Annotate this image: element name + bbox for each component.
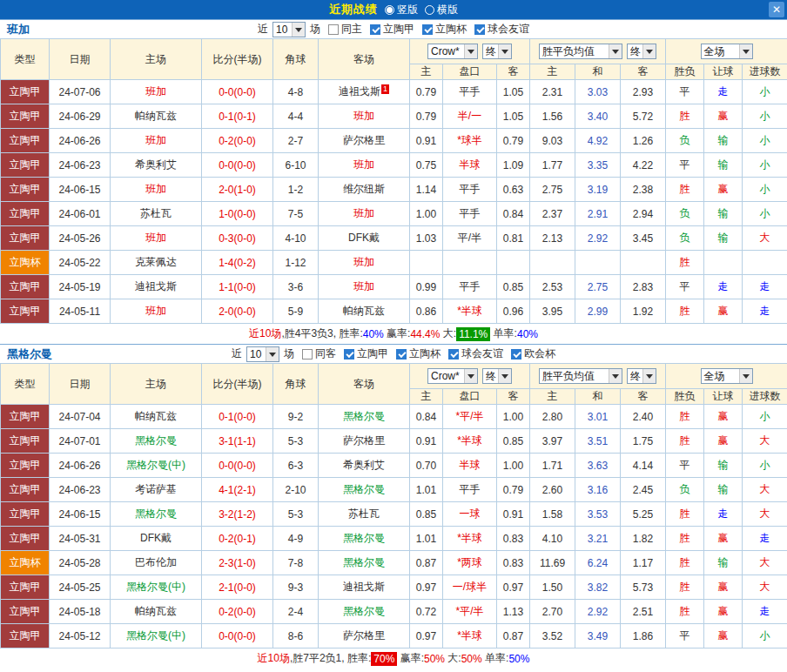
col-type: 类型: [1, 364, 50, 405]
filter-checkbox[interactable]: 同主: [328, 22, 362, 37]
goals-result-cell: 小: [743, 202, 787, 226]
filter-checkbox[interactable]: 立陶杯: [396, 346, 441, 361]
europe-odds-group-header: 胜平负均值 终: [530, 39, 666, 64]
date-cell: 24-06-26: [50, 129, 111, 153]
summary-segment: 44.4%: [410, 328, 440, 340]
filter-checkbox[interactable]: 立陶甲: [344, 346, 388, 361]
europe-odds-select[interactable]: 胜平负均值: [539, 368, 622, 384]
summary-segment: 单率:: [490, 326, 517, 341]
eu-away-odds-cell: 1.82: [621, 527, 666, 551]
goals-result-cell: 小: [743, 454, 787, 478]
league-cell: 立陶甲: [1, 502, 50, 527]
filter-checkbox[interactable]: 立陶杯: [422, 22, 467, 37]
ah-home-odds-cell: 0.79: [410, 104, 443, 129]
league-cell: 立陶甲: [1, 104, 50, 129]
corner-cell: 7-8: [273, 551, 319, 575]
eu-away-odds-cell: 2.38: [621, 178, 666, 202]
ah-home-odds-cell: 0.70: [410, 454, 443, 478]
corner-cell: 9-3: [273, 575, 319, 600]
handicap-cell: 一/球半: [443, 575, 497, 600]
europe-odds-select[interactable]: 胜平负均值: [539, 44, 622, 59]
away-team-cell: 黑格尔曼: [319, 405, 410, 429]
bookmaker-select[interactable]: Crow*: [427, 44, 478, 59]
section-header: 黑格尔曼 近 10 场 同客立陶甲立陶杯球会友谊欧会杯: [0, 345, 787, 363]
eu-home-odds-cell: 3.52: [530, 624, 575, 648]
summary-segment: 单率:: [482, 651, 509, 666]
home-team-cell: 黑格尔曼(中): [111, 575, 202, 600]
match-count-select[interactable]: 10: [272, 22, 306, 37]
eu-home-odds-cell: 3.95: [530, 299, 575, 324]
away-team-cell: 班加: [319, 251, 410, 275]
match-row: 立陶甲24-05-25黑格尔曼(中)2-1(0-0)9-3迪祖戈斯0.97一/球…: [1, 575, 787, 600]
corner-cell: 5-9: [273, 299, 319, 324]
scope-select[interactable]: 全场: [701, 44, 753, 59]
eu-away-odds-cell: 2.45: [621, 478, 666, 502]
score-cell: 3-2(1-2): [202, 502, 273, 527]
summary-segment: 50%: [424, 653, 445, 665]
checkbox-checked-icon: [396, 349, 407, 360]
handicap-cell: *半球: [443, 624, 497, 648]
match-row: 立陶甲24-06-15黑格尔曼3-2(1-2)5-3苏杜瓦0.85一球0.911…: [1, 502, 787, 527]
score-cell: 2-1(0-0): [202, 575, 273, 600]
match-count-select[interactable]: 10: [246, 346, 279, 362]
filter-checkbox[interactable]: 球会友谊: [474, 22, 529, 37]
goals-result-cell: 小: [743, 624, 787, 648]
scope-select[interactable]: 全场: [701, 368, 753, 384]
ah-home-odds-cell: 1.01: [410, 527, 443, 551]
handicap-result-cell: 输: [704, 226, 743, 251]
league-cell: 立陶甲: [1, 429, 50, 454]
handicap-cell: 平手: [443, 202, 497, 226]
result-cell: 胜: [666, 104, 704, 129]
filter-checkbox[interactable]: 球会友谊: [448, 346, 503, 361]
goals-result-cell: 走: [743, 299, 787, 324]
eu-home-odds-cell: 11.69: [530, 551, 575, 575]
result-cell: 胜: [666, 405, 704, 429]
europe-final-select[interactable]: 终: [627, 44, 656, 59]
eu-home-odds-cell: 1.58: [530, 502, 575, 527]
result-cell: 胜: [666, 575, 704, 600]
filter-checkbox[interactable]: 欧会杯: [511, 346, 555, 361]
subcol-goals: 进球数: [743, 389, 787, 405]
summary-segment: 50%: [508, 653, 529, 665]
ah-away-odds-cell: 0.63: [497, 178, 530, 202]
layout-option-vertical[interactable]: 竖版: [385, 3, 418, 17]
titlebar: 近期战绩 竖版 横版 ✕: [0, 0, 787, 19]
score-cell: 2-3(1-0): [202, 551, 273, 575]
result-cell: 胜: [666, 299, 704, 324]
filter-checkbox[interactable]: 同客: [302, 346, 336, 361]
subcol-eu-draw: 和: [575, 389, 621, 405]
layout-option-horizontal[interactable]: 横版: [425, 3, 458, 17]
subcol-eu-home: 主: [530, 64, 575, 80]
goals-result-cell: 小: [743, 80, 787, 104]
asian-final-select[interactable]: 终: [482, 44, 512, 59]
match-row: 立陶甲24-05-11班加2-0(0-0)5-9帕纳瓦兹0.86*半球0.963…: [1, 299, 787, 324]
goals-result-cell: 小: [743, 129, 787, 153]
bookmaker-select[interactable]: Crow*: [427, 368, 478, 384]
score-cell: 4-1(2-1): [202, 478, 273, 502]
handicap-result-cell: 走: [704, 80, 743, 104]
handicap-cell: 平手: [443, 275, 497, 299]
eu-draw-odds-cell: 3.35: [575, 153, 621, 178]
close-button[interactable]: ✕: [769, 2, 784, 17]
matches-label: 场: [310, 22, 320, 37]
result-cell: 平: [666, 80, 704, 104]
subcol-eu-away: 客: [621, 389, 666, 405]
away-team-cell: 班加: [319, 153, 410, 178]
home-team-cell: 希奥利艾: [111, 153, 202, 178]
ah-away-odds-cell: 0.84: [497, 202, 530, 226]
filter-checkbox[interactable]: 立陶甲: [370, 22, 414, 37]
results-tbody: 立陶甲24-07-04帕纳瓦兹0-1(0-0)9-2黑格尔曼0.84*平/半1.…: [1, 405, 787, 648]
result-cell: 负: [666, 202, 704, 226]
asian-final-select[interactable]: 终: [482, 368, 512, 384]
eu-away-odds-cell: 4.22: [621, 153, 666, 178]
subcol-handicap-result: 让球: [704, 389, 743, 405]
col-away: 客场: [319, 39, 410, 80]
match-row: 立陶甲24-07-01黑格尔曼3-1(1-1)5-3萨尔格里0.91*半球0.8…: [1, 429, 787, 454]
subcol-handicap-result: 让球: [704, 64, 743, 80]
titlebar-center: 近期战绩 竖版 横版: [0, 2, 787, 17]
ah-away-odds-cell: 1.09: [497, 153, 530, 178]
eu-home-odds-cell: 2.75: [530, 178, 575, 202]
score-cell: 0-0(0-0): [202, 153, 273, 178]
europe-final-select[interactable]: 终: [627, 368, 656, 384]
league-cell: 立陶甲: [1, 405, 50, 429]
